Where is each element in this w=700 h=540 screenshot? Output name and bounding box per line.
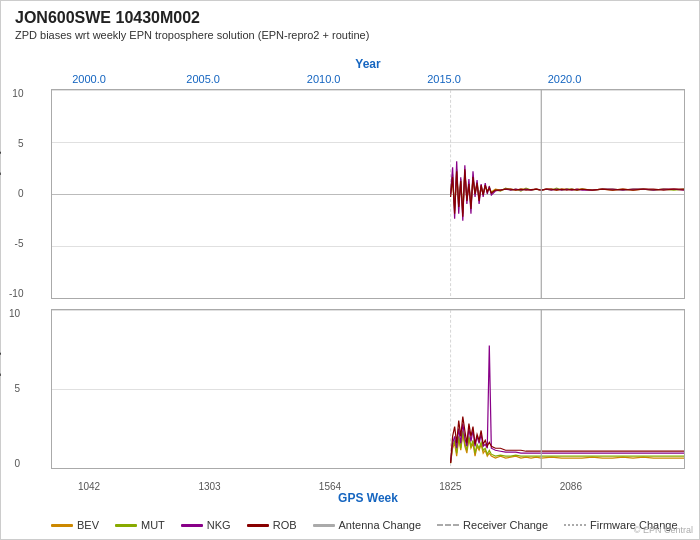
- grid-line: [52, 468, 684, 469]
- epn-credit: © EPN Central: [634, 525, 693, 535]
- legend-rob-line: [247, 524, 269, 527]
- grid-line: [52, 298, 684, 299]
- title-area: JON600SWE 10430M002 ZPD biases wrt weekl…: [15, 9, 369, 41]
- y-axis-lower: 10 5 0: [9, 309, 20, 469]
- year-tick-2005: 2005.0: [186, 73, 220, 85]
- chart-subtitle: ZPD biases wrt weekly EPN troposphere so…: [15, 29, 369, 41]
- legend-mut: MUT: [115, 519, 165, 531]
- year-axis-title: Year: [355, 57, 380, 71]
- legend-firmware-line: [564, 524, 586, 527]
- legend-nkg-line: [181, 524, 203, 527]
- chart-area: Year 2000.0 2005.0 2010.0 2015.0 2020.0 …: [51, 59, 685, 429]
- year-tick-2020: 2020.0: [548, 73, 582, 85]
- legend-mut-line: [115, 524, 137, 527]
- legend-antenna-change: Antenna Change: [313, 519, 422, 531]
- legend-nkg: NKG: [181, 519, 231, 531]
- legend-bev-line: [51, 524, 73, 527]
- y-axis-upper: 10 5 0 -5 -10: [9, 89, 23, 299]
- legend-receiver-line: [437, 524, 459, 527]
- gps-week-ticks: 1042 1303 1564 1825 2086: [51, 474, 685, 492]
- year-ticks: 2000.0 2005.0 2010.0 2015.0 2020.0: [51, 73, 685, 89]
- year-tick-2000: 2000.0: [72, 73, 106, 85]
- legend-bev: BEV: [51, 519, 99, 531]
- legend-antenna-line: [313, 524, 335, 527]
- upper-plot-svg: [52, 90, 684, 298]
- y-title-upper: ZPD Biases [mm]: [0, 89, 1, 299]
- gps-week-axis-title: GPS Week: [51, 491, 685, 505]
- chart-title: JON600SWE 10430M002: [15, 9, 369, 27]
- year-tick-2010: 2010.0: [307, 73, 341, 85]
- legend-rob: ROB: [247, 519, 297, 531]
- main-container: JON600SWE 10430M002 ZPD biases wrt weekl…: [0, 0, 700, 540]
- lower-plot-svg: [52, 310, 684, 468]
- lower-plot: [51, 309, 685, 469]
- year-tick-2015: 2015.0: [427, 73, 461, 85]
- legend-receiver-change: Receiver Change: [437, 519, 548, 531]
- upper-plot: [51, 89, 685, 299]
- y-title-lower: ZPD STD [mm]: [0, 309, 1, 469]
- legend: BEV MUT NKG ROB Antenna Change Receiver …: [51, 519, 685, 531]
